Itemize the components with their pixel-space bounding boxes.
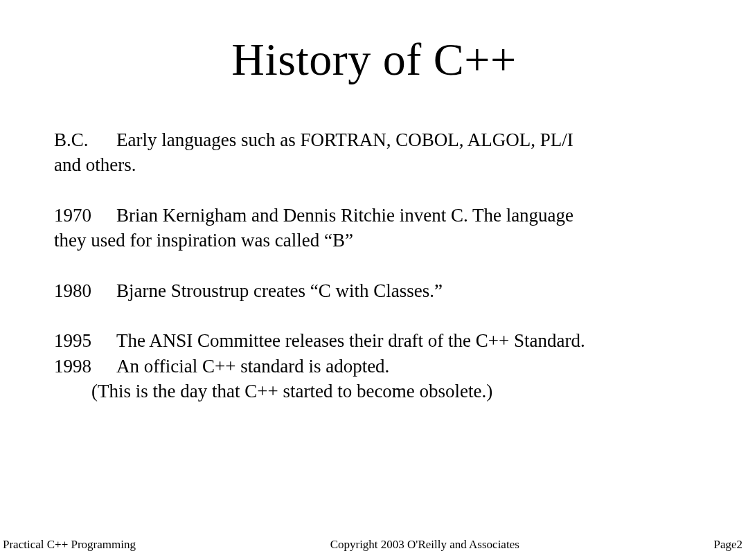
entry-line: 1980Bjarne Stroustrup creates “C with Cl… — [54, 278, 700, 303]
entry-line: they used for inspiration was called “B” — [54, 228, 700, 253]
entry-note: (This is the day that C++ started to bec… — [54, 379, 700, 404]
entry-line: and others. — [54, 152, 700, 177]
entry-line: 1970Brian Kernigham and Dennis Ritchie i… — [54, 203, 700, 228]
entry-1998: 1998An official C++ standard is adopted.… — [54, 354, 700, 404]
year-label: B.C. — [54, 127, 116, 152]
slide-content: B.C.Early languages such as FORTRAN, COB… — [0, 127, 748, 429]
year-label: 1998 — [54, 354, 116, 379]
entry-text: An official C++ standard is adopted. — [116, 356, 389, 377]
entry-line: 1995The ANSI Committee releases their dr… — [54, 328, 700, 353]
year-label: 1970 — [54, 203, 116, 228]
entry-line: B.C.Early languages such as FORTRAN, COB… — [54, 127, 700, 152]
footer-center: Copyright 2003 O'Reilly and Associates — [136, 538, 713, 552]
slide-title: History of C++ — [0, 33, 748, 86]
entry-1980: 1980Bjarne Stroustrup creates “C with Cl… — [54, 278, 700, 303]
entry-bc: B.C.Early languages such as FORTRAN, COB… — [54, 127, 700, 178]
entry-1970: 1970Brian Kernigham and Dennis Ritchie i… — [54, 203, 700, 253]
entry-text: Brian Kernigham and Dennis Ritchie inven… — [116, 205, 573, 226]
entry-text: The ANSI Committee releases their draft … — [116, 330, 585, 351]
footer-left: Practical C++ Programming — [3, 538, 136, 552]
year-label: 1980 — [54, 278, 116, 303]
footer-right: Page2 — [713, 538, 742, 552]
year-label: 1995 — [54, 328, 116, 353]
entry-text: Bjarne Stroustrup creates “C with Classe… — [116, 280, 443, 301]
entry-line: 1998An official C++ standard is adopted. — [54, 354, 700, 379]
slide: History of C++ B.C.Early languages such … — [0, 0, 748, 560]
footer: Practical C++ Programming Copyright 2003… — [0, 538, 748, 552]
entry-1995: 1995The ANSI Committee releases their dr… — [54, 328, 700, 353]
entry-text: Early languages such as FORTRAN, COBOL, … — [116, 129, 573, 150]
